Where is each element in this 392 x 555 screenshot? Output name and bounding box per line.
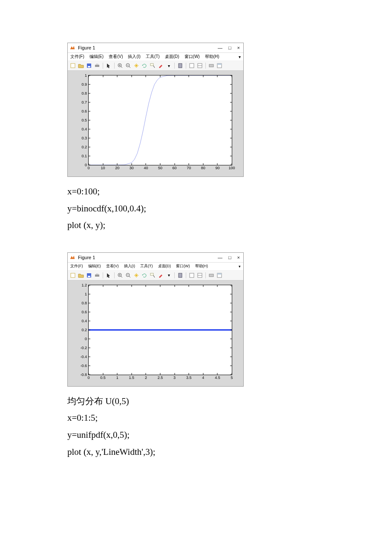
menu-help[interactable]: 帮助(H) xyxy=(205,54,219,60)
x-tick-label: 10 xyxy=(101,165,105,170)
menu-insert[interactable]: 插入(I) xyxy=(128,54,140,60)
menu-tools[interactable]: 工具(T) xyxy=(140,263,153,269)
rotate-icon[interactable] xyxy=(141,62,148,69)
zoom-in-icon[interactable] xyxy=(117,272,124,279)
open-icon[interactable] xyxy=(78,272,84,279)
x-tick-label: 3.5 xyxy=(186,375,192,380)
hide-tools-icon[interactable] xyxy=(208,272,215,279)
svg-line-6 xyxy=(121,66,122,68)
save-icon[interactable] xyxy=(86,272,92,279)
window-titlebar: Figure 1 — □ × xyxy=(68,43,243,53)
y-tick-label: 0.8 xyxy=(81,301,89,305)
menu-window[interactable]: 窗口(W) xyxy=(176,263,190,269)
svg-rect-32 xyxy=(150,273,153,275)
window-titlebar: Figure 1 — □ × xyxy=(68,253,243,263)
hide-tools-icon[interactable] xyxy=(208,62,215,69)
window-title: Figure 1 xyxy=(78,255,218,260)
open-icon[interactable] xyxy=(78,62,84,69)
show-tools-icon[interactable] xyxy=(216,62,223,69)
new-figure-icon[interactable] xyxy=(69,272,76,279)
zoom-out-icon[interactable] xyxy=(125,272,132,279)
brush-icon[interactable] xyxy=(157,62,164,69)
code-line: plot (x, y,'LineWidth',3); xyxy=(67,445,325,460)
show-tools-icon[interactable] xyxy=(216,272,223,279)
zoom-out-icon[interactable] xyxy=(125,62,132,69)
chart-axes: 00.10.20.30.40.50.60.70.80.9101020304050… xyxy=(88,75,232,165)
svg-rect-0 xyxy=(71,64,75,68)
close-button[interactable]: × xyxy=(237,45,240,50)
datacursor-icon[interactable] xyxy=(149,272,156,279)
svg-rect-33 xyxy=(179,273,182,278)
colorbar-icon[interactable] xyxy=(177,62,184,69)
minimize-button[interactable]: — xyxy=(218,255,222,260)
y-tick-label: 0.5 xyxy=(81,118,89,122)
link-icon[interactable]: ▾ xyxy=(165,62,172,69)
toolbar-dropdown-icon[interactable]: ▾ xyxy=(239,264,241,269)
svg-rect-23 xyxy=(95,275,99,277)
datacursor-icon[interactable] xyxy=(149,62,156,69)
legend-icon[interactable] xyxy=(188,62,195,69)
chart-line xyxy=(89,285,232,375)
x-tick-label: 90 xyxy=(215,165,219,170)
y-tick-label: 0.4 xyxy=(81,127,89,131)
svg-line-30 xyxy=(129,276,130,278)
colorbar-icon[interactable] xyxy=(177,272,184,279)
menu-help[interactable]: 帮助(H) xyxy=(195,263,208,269)
menu-file[interactable]: 文件(F) xyxy=(70,263,83,269)
y-tick-label: 1.2 xyxy=(81,283,89,287)
menu-edit[interactable]: 编辑(E) xyxy=(89,54,104,60)
matlab-figure-window: Figure 1 — □ × 文件(F) 编辑(E) 查看(V) 插入(I) 工… xyxy=(67,43,244,177)
chart-line xyxy=(89,75,232,165)
new-figure-icon[interactable] xyxy=(69,62,76,69)
menu-insert[interactable]: 插入(I) xyxy=(124,263,135,269)
x-tick-label: 4 xyxy=(202,375,204,380)
code-line: y=unifpdf(x,0,5); xyxy=(67,428,325,442)
print-icon[interactable] xyxy=(94,272,101,279)
print-icon[interactable] xyxy=(94,62,101,69)
menu-view[interactable]: 查看(V) xyxy=(106,263,119,269)
document-page: Figure 1 — □ × 文件(F) 编辑(E) 查看(V) 插入(I) 工… xyxy=(0,0,392,504)
menu-file[interactable]: 文件(F) xyxy=(70,54,84,60)
maximize-button[interactable]: □ xyxy=(228,255,231,260)
menu-bar: 文件(F) 编辑(E) 查看(V) 插入(I) 工具(T) 桌面(D) 窗口(W… xyxy=(68,263,243,271)
link-icon[interactable]: ▾ xyxy=(165,272,172,279)
chart-axes: -0.8-0.6-0.4-0.200.20.40.60.811.200.511.… xyxy=(88,285,232,375)
svg-rect-34 xyxy=(190,273,194,278)
x-tick-label: 40 xyxy=(144,165,148,170)
brush-icon[interactable] xyxy=(157,272,164,279)
plot-area: 00.10.20.30.40.50.60.70.80.9101020304050… xyxy=(68,71,243,176)
x-tick-label: 0.5 xyxy=(100,375,106,380)
menu-tools[interactable]: 工具(T) xyxy=(146,54,160,60)
x-tick-label: 5 xyxy=(231,375,233,380)
zoom-in-icon[interactable] xyxy=(117,62,124,69)
save-icon[interactable] xyxy=(86,62,92,69)
maximize-button[interactable]: □ xyxy=(228,45,231,50)
menu-edit[interactable]: 编辑(E) xyxy=(88,263,101,269)
x-tick-label: 100 xyxy=(228,165,235,170)
svg-line-26 xyxy=(121,276,122,278)
svg-rect-2 xyxy=(88,66,90,67)
menu-view[interactable]: 查看(V) xyxy=(109,54,123,60)
close-button[interactable]: × xyxy=(237,255,240,260)
plot-area: www.bingdoc.com -0.8-0.6-0.4-0.200.20.40… xyxy=(68,280,243,386)
menu-bar: 文件(F) 编辑(E) 查看(V) 插入(I) 工具(T) 桌面(D) 窗口(W… xyxy=(68,53,243,61)
minimize-button[interactable]: — xyxy=(218,45,222,50)
pointer-icon[interactable] xyxy=(105,272,112,279)
pointer-icon[interactable] xyxy=(105,62,112,69)
pan-icon[interactable] xyxy=(133,62,140,69)
menu-window[interactable]: 窗口(W) xyxy=(184,54,200,60)
menu-desktop[interactable]: 桌面(D) xyxy=(165,54,179,60)
y-tick-label: 0.6 xyxy=(81,109,89,113)
axes-properties-icon[interactable] xyxy=(196,62,203,69)
rotate-icon[interactable] xyxy=(141,272,148,279)
pan-icon[interactable] xyxy=(133,272,140,279)
y-tick-label: -0.4 xyxy=(80,355,89,359)
y-tick-label: 0.7 xyxy=(81,100,89,104)
svg-rect-20 xyxy=(71,273,75,278)
menu-desktop[interactable]: 桌面(D) xyxy=(158,263,171,269)
x-tick-label: 50 xyxy=(158,165,162,170)
axes-properties-icon[interactable] xyxy=(196,272,203,279)
legend-icon[interactable] xyxy=(188,272,195,279)
svg-rect-24 xyxy=(96,273,98,275)
toolbar-dropdown-icon[interactable]: ▾ xyxy=(239,55,241,59)
